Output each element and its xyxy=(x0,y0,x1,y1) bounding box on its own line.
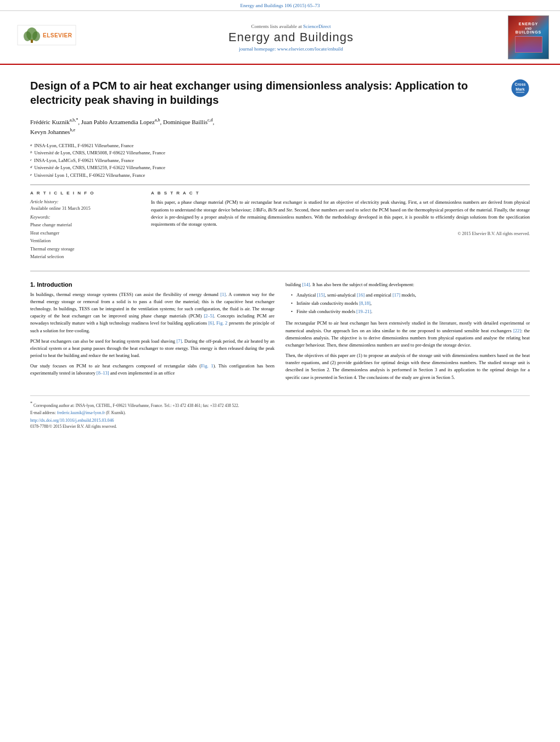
affil-1: a INSA-Lyon, CETHIL, F-69621 Villeurbann… xyxy=(30,142,530,150)
svg-point-3 xyxy=(32,31,40,41)
section-divider xyxy=(30,271,530,271)
crossmark-badge[interactable]: Cross Mark xyxy=(511,79,530,98)
article-info-col: A R T I C L E I N F O Article history: A… xyxy=(30,191,140,260)
intro-para-3: Our study focuses on PCM to air heat exc… xyxy=(30,362,275,377)
journal-header-center: Contents lists available at ScienceDirec… xyxy=(82,24,500,52)
body-two-col: 1. Introduction In buildings, thermal en… xyxy=(30,276,530,390)
svg-text:Mark: Mark xyxy=(516,87,524,91)
sciencedirect-link[interactable]: ScienceDirect xyxy=(303,24,331,29)
keyword-5: Material selection xyxy=(30,253,140,260)
right-para-2: The rectangular PCM to air heat exchange… xyxy=(285,320,530,349)
author-1: Frédéric Kuznika,b,* xyxy=(30,119,78,125)
journal-title: Energy and Buildings xyxy=(82,30,500,44)
svg-text:Cross: Cross xyxy=(515,82,526,86)
keyword-1: Phase change material xyxy=(30,221,140,228)
affil-4: d Université de Lyon, CNRS, UMR5259, F-6… xyxy=(30,164,530,172)
author-3: Dominique Baillisc,d xyxy=(163,119,213,125)
affil-3: c INSA-Lyon, LaMCoS, F-69621 Villeurbann… xyxy=(30,157,530,165)
doi-link[interactable]: http://dx.doi.org/10.1016/j.enbuild.2015… xyxy=(30,418,530,423)
bullet-list: Analytical [15], semi-analytical [16] an… xyxy=(291,292,530,316)
right-para-3: Then, the objectives of this paper are (… xyxy=(285,352,530,381)
keyword-2: Heat exchanger xyxy=(30,229,140,237)
authors-section: Frédéric Kuznika,b,*, Juan Pablo Arzamen… xyxy=(30,113,530,140)
homepage-url[interactable]: www.elsevier.com/locate/enbuild xyxy=(277,46,343,52)
article-history-value: Available online 31 March 2015 xyxy=(30,205,140,211)
elsevier-logo-section: ELSEVIER xyxy=(11,24,82,51)
bullet-item-2: Infinite slab conductivity models [8,18]… xyxy=(291,300,530,307)
intro-para-1: In buildings, thermal energy storage sys… xyxy=(30,291,275,334)
top-bar: Energy and Buildings 106 (2015) 65–73 xyxy=(0,0,560,11)
copyright-line: © 2015 Elsevier B.V. All rights reserved… xyxy=(151,231,530,236)
affil-2: b Université de Lyon, CNRS, UMR5008, F-6… xyxy=(30,149,530,157)
contents-line: Contents lists available at ScienceDirec… xyxy=(82,24,500,29)
body-left-col: 1. Introduction In buildings, thermal en… xyxy=(30,281,275,384)
svg-text:ELSEVIER: ELSEVIER xyxy=(43,32,72,38)
issn-text: 0378-7788/© 2015 Elsevier B.V. All right… xyxy=(30,424,530,429)
bullet-item-3: Finite slab conductivity models [19–21]. xyxy=(291,308,530,315)
elsevier-svg: ELSEVIER xyxy=(16,24,77,46)
article-info-abstract-section: A R T I C L E I N F O Article history: A… xyxy=(30,185,530,266)
keyword-4: Thermal energy storage xyxy=(30,245,140,253)
abstract-label: A B S T R A C T xyxy=(151,191,530,196)
article-title-section: Design of a PCM to air heat exchanger us… xyxy=(30,70,530,113)
bullet-item-1: Analytical [15], semi-analytical [16] an… xyxy=(291,292,530,299)
journal-cover-image: ENERGY AND BUILDINGS xyxy=(508,15,549,59)
affiliations-section: a INSA-Lyon, CETHIL, F-69621 Villeurbann… xyxy=(30,140,530,185)
article-title: Design of a PCM to air heat exchanger us… xyxy=(30,79,480,107)
right-para-1: building [14]. It has also been the subj… xyxy=(285,281,530,288)
abstract-col: A B S T R A C T In this paper, a phase c… xyxy=(151,191,530,260)
affil-5: e Université Lyon 1, CETHIL, F-69622 Vil… xyxy=(30,172,530,180)
corresponding-note: * Corresponding author at: INSA-lyon, CE… xyxy=(30,400,530,409)
author-2: Juan Pablo Arzamendia Lopeza,b xyxy=(81,119,160,125)
article-info-label: A R T I C L E I N F O xyxy=(30,191,140,196)
abstract-text: In this paper, a phase change material (… xyxy=(151,199,530,228)
keyword-3: Ventilation xyxy=(30,237,140,244)
keywords-label: Keywords: xyxy=(30,214,140,220)
author-4: Kevyn Johannesb,e xyxy=(30,129,75,135)
email-link[interactable]: frederic.kuznik@insa-lyon.fr xyxy=(57,410,105,415)
email-note: E-mail address: frederic.kuznik@insa-lyo… xyxy=(30,410,530,416)
analytical-text: Analytical xyxy=(296,292,316,298)
article-footer: * Corresponding author at: INSA-lyon, CE… xyxy=(30,395,530,429)
svg-point-2 xyxy=(24,31,31,41)
journal-reference: Energy and Buildings 106 (2015) 65–73 xyxy=(240,3,320,8)
crossmark-svg: Cross Mark xyxy=(511,79,530,98)
main-content: Design of a PCM to air heat exchanger us… xyxy=(0,65,560,434)
intro-para-2: PCM heat exchangers can also be used for… xyxy=(30,338,275,360)
svg-rect-4 xyxy=(31,40,33,43)
journal-header: ELSEVIER Contents lists available at Sci… xyxy=(0,11,560,65)
journal-header-right: ENERGY AND BUILDINGS xyxy=(500,15,549,59)
journal-homepage: journal homepage: www.elsevier.com/locat… xyxy=(82,46,500,52)
body-right-col: building [14]. It has also been the subj… xyxy=(285,281,530,384)
article-history-label: Article history: xyxy=(30,199,140,204)
elsevier-logo: ELSEVIER xyxy=(16,24,77,51)
intro-heading: 1. Introduction xyxy=(30,281,275,288)
